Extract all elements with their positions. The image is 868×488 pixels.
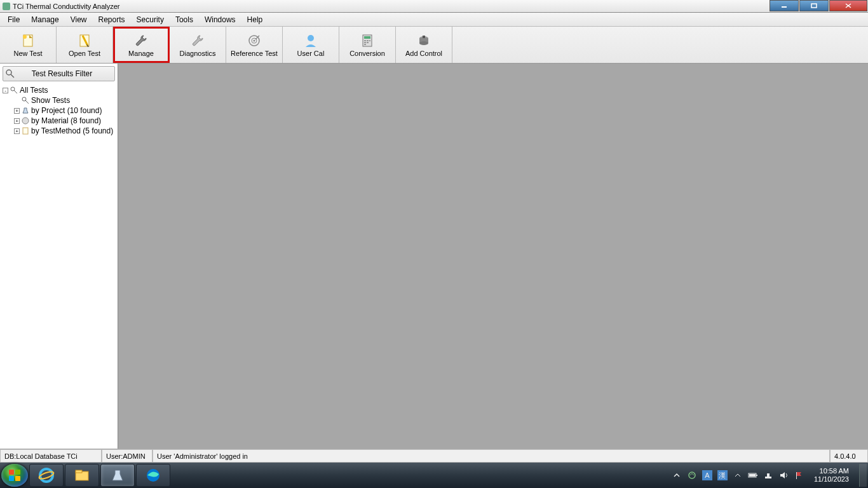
tree-label: by Material (8 found) (31, 116, 101, 125)
magnify-icon (6, 69, 15, 78)
svg-line-27 (14, 90, 17, 93)
svg-rect-47 (796, 472, 797, 479)
svg-rect-18 (367, 42, 369, 43)
app-icon (3, 3, 10, 10)
toolbar-label: User Cal (297, 50, 325, 57)
svg-rect-39 (76, 470, 82, 473)
battery-icon[interactable] (748, 470, 758, 480)
calculator-icon (360, 33, 375, 48)
add-control-button[interactable]: Add Control (396, 27, 452, 63)
svg-rect-35 (15, 476, 20, 481)
tree-label: by TestMethod (5 found) (31, 126, 113, 135)
tree-label: Show Tests (31, 96, 70, 105)
svg-rect-46 (767, 473, 770, 477)
svg-point-10 (254, 39, 255, 41)
svg-rect-34 (9, 476, 14, 481)
tray-up2-icon[interactable] (733, 470, 743, 480)
wrench-icon (133, 33, 149, 48)
new-test-icon (20, 33, 36, 48)
test-results-filter-header[interactable]: Test Results Filter (3, 66, 115, 81)
expand-icon[interactable]: + (14, 128, 20, 134)
svg-line-25 (11, 74, 14, 78)
svg-rect-19 (364, 44, 366, 45)
tree-view: - All Tests - Show Tests + by Project (1… (0, 84, 118, 137)
taskbar-app[interactable] (100, 464, 135, 487)
tray-action-icon[interactable] (687, 470, 697, 480)
new-test-button[interactable]: New Test (0, 27, 57, 63)
tree-label: by Project (10 found) (31, 106, 102, 115)
control-icon (416, 33, 431, 48)
taskbar: A 漢 10:58 AM 11/10/2023 (0, 463, 868, 488)
menu-view[interactable]: View (65, 14, 92, 25)
target-icon (247, 33, 262, 48)
open-test-icon (77, 33, 92, 48)
taskbar-edge[interactable] (136, 464, 170, 487)
tree-item-show-tests[interactable]: - Show Tests (1, 95, 116, 105)
minimize-button[interactable] (770, 0, 799, 11)
diagnostics-button[interactable]: Diagnostics (170, 27, 226, 63)
toolbar-label: New Test (13, 50, 42, 57)
svg-point-22 (419, 41, 428, 45)
statusbar: DB:Local Database TCi User:ADMIN User 'A… (0, 449, 868, 463)
expand-icon[interactable]: + (14, 118, 20, 124)
user-cal-button[interactable]: User Cal (283, 27, 339, 63)
svg-rect-13 (364, 36, 370, 39)
taskbar-ie[interactable] (29, 464, 64, 487)
tree-root[interactable]: - All Tests (1, 85, 116, 95)
ime-a-icon[interactable]: A (702, 470, 712, 480)
window-titlebar: TCi Thermal Conductivity Analyzer (0, 0, 868, 13)
svg-point-24 (6, 70, 11, 75)
toolbar: New Test Open Test Manage Diagnostics Re… (0, 27, 868, 64)
menu-tools[interactable]: Tools (170, 14, 198, 25)
conversion-button[interactable]: Conversion (339, 27, 396, 63)
svg-point-11 (308, 35, 314, 41)
start-button[interactable] (1, 464, 28, 487)
menu-manage[interactable]: Manage (26, 14, 64, 25)
status-db: DB:Local Database TCi (0, 449, 102, 463)
diagnostics-icon (190, 33, 205, 48)
toolbar-label: Add Control (405, 50, 442, 57)
menu-security[interactable]: Security (132, 14, 169, 25)
tray-up-icon[interactable] (672, 470, 682, 480)
beaker-icon (21, 106, 30, 115)
manage-button[interactable]: Manage (113, 27, 170, 63)
toolbar-label: Conversion (349, 50, 385, 57)
window-title: TCi Thermal Conductivity Analyzer (13, 3, 120, 10)
status-message: User 'Administrator' logged in (153, 449, 830, 463)
network-icon[interactable] (763, 470, 773, 480)
show-desktop-button[interactable] (859, 464, 867, 487)
content-area (118, 64, 868, 449)
taskbar-clock[interactable]: 10:58 AM 11/10/2023 (809, 467, 854, 484)
menu-reports[interactable]: Reports (93, 14, 130, 25)
clock-date: 11/10/2023 (814, 475, 849, 484)
svg-point-30 (22, 118, 29, 124)
svg-rect-14 (364, 40, 366, 41)
close-button[interactable] (829, 0, 867, 11)
menu-file[interactable]: File (3, 14, 25, 25)
toolbar-label: Open Test (69, 50, 100, 57)
tree-item-by-material[interactable]: + by Material (8 found) (1, 116, 116, 126)
svg-rect-15 (367, 40, 369, 41)
flag-icon[interactable] (794, 470, 804, 480)
expand-icon[interactable]: + (14, 108, 20, 114)
maximize-button[interactable] (799, 0, 829, 11)
menu-help[interactable]: Help (242, 14, 268, 25)
svg-rect-31 (23, 128, 28, 134)
volume-icon[interactable] (778, 470, 789, 480)
system-tray: A 漢 (672, 470, 804, 480)
svg-rect-33 (15, 470, 20, 475)
svg-rect-45 (765, 477, 771, 478)
menubar: File Manage View Reports Security Tools … (0, 13, 868, 27)
reference-test-button[interactable]: Reference Test (226, 27, 283, 63)
status-user: User:ADMIN (102, 449, 153, 463)
collapse-icon[interactable]: - (3, 88, 8, 93)
tree-item-by-project[interactable]: + by Project (10 found) (1, 105, 116, 116)
toolbar-label: Diagnostics (180, 50, 216, 57)
menu-windows[interactable]: Windows (200, 14, 241, 25)
tree-item-by-testmethod[interactable]: + by TestMethod (5 found) (1, 126, 116, 136)
ime-lang-icon[interactable]: 漢 (717, 470, 728, 480)
taskbar-explorer[interactable] (65, 464, 99, 487)
svg-point-5 (23, 35, 27, 39)
toolbar-label: Reference Test (231, 50, 278, 57)
open-test-button[interactable]: Open Test (57, 27, 113, 63)
